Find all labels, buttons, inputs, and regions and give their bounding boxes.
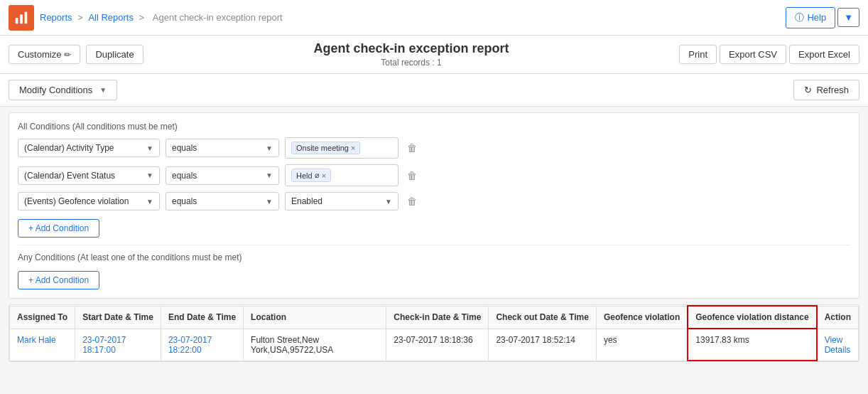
- svg-rect-1: [20, 14, 23, 23]
- chevron-icon-op3: ▼: [266, 198, 273, 206]
- delete-condition-1[interactable]: 🗑: [404, 141, 420, 155]
- add-condition-button-all[interactable]: + Add Condition: [18, 219, 99, 238]
- tag-held: Held ⌀ ×: [291, 169, 331, 182]
- col-distance: Geofence violation distance: [688, 306, 816, 329]
- top-bar-left: Reports > All Reports > Agent check-in e…: [9, 5, 286, 31]
- tag-remove-2[interactable]: ×: [322, 171, 326, 180]
- toolbar-left: Customize ✏ Duplicate: [9, 45, 143, 64]
- second-toolbar: Modify Conditions ▼ ↻ Refresh: [0, 74, 868, 107]
- chevron-icon-1: ▼: [146, 144, 153, 152]
- conditions-panel: All Conditions (All conditions must be m…: [9, 112, 859, 299]
- cell-action: ViewDetails: [817, 329, 859, 361]
- col-checkout: Check out Date & Time: [489, 306, 596, 329]
- header-right: ⓘ Help ▼: [786, 7, 859, 28]
- cell-geofence: yes: [596, 329, 688, 361]
- customize-button[interactable]: Customize ✏: [9, 45, 80, 64]
- assigned-to-link[interactable]: Mark Hale: [17, 335, 56, 345]
- breadcrumb-reports[interactable]: Reports: [40, 12, 72, 23]
- end-date-value: 23-07-201718:22:00: [168, 335, 212, 355]
- all-conditions-section: All Conditions (All conditions must be m…: [18, 122, 850, 238]
- help-circle-icon: ⓘ: [795, 11, 804, 24]
- app-logo: [9, 5, 34, 31]
- add-condition-button-any[interactable]: + Add Condition: [18, 271, 99, 289]
- chart-icon: [13, 10, 29, 26]
- chevron-icon-val3: ▼: [385, 198, 392, 206]
- start-date-value: 23-07-201718:17:00: [82, 335, 126, 355]
- col-action: Action: [817, 306, 859, 329]
- view-link[interactable]: ViewDetails: [825, 335, 851, 355]
- any-conditions-label: Any Conditions (At least one of the cond…: [18, 252, 850, 262]
- breadcrumb-current: Agent check-in exception report: [153, 12, 283, 23]
- tag-onsite: Onsite meeting ×: [291, 142, 360, 154]
- operator-select-2[interactable]: equals ▼: [166, 166, 279, 185]
- refresh-button[interactable]: ↻ Refresh: [793, 80, 859, 100]
- cell-checkin: 23-07-2017 18:18:36: [386, 329, 489, 361]
- table-header-row: Assigned To Start Date & Time End Date &…: [10, 306, 859, 329]
- modify-conditions-button[interactable]: Modify Conditions ▼: [9, 80, 117, 100]
- report-subtitle: Total records : 1: [313, 58, 509, 68]
- field-select-1[interactable]: (Calendar) Activity Type ▼: [18, 139, 160, 157]
- col-checkin: Check-in Date & Time: [386, 306, 489, 329]
- help-dropdown-button[interactable]: ▼: [837, 8, 859, 27]
- condition-row-2: (Calendar) Event Status ▼ equals ▼ Held …: [18, 164, 850, 186]
- export-excel-button[interactable]: Export Excel: [789, 45, 859, 64]
- report-title: Agent check-in exception report: [313, 41, 509, 56]
- col-geofence: Geofence violation: [596, 306, 688, 329]
- delete-condition-2[interactable]: 🗑: [404, 169, 420, 183]
- chevron-icon-op2: ▼: [266, 171, 273, 179]
- col-location: Location: [244, 306, 386, 329]
- tag-remove-1[interactable]: ×: [351, 144, 355, 152]
- breadcrumb: Reports > All Reports > Agent check-in e…: [40, 12, 286, 23]
- export-csv-button[interactable]: Export CSV: [720, 45, 786, 64]
- duplicate-button[interactable]: Duplicate: [86, 45, 143, 64]
- all-conditions-label: All Conditions (All conditions must be m…: [18, 122, 850, 132]
- data-table: Assigned To Start Date & Time End Date &…: [9, 305, 859, 361]
- breadcrumb-sep2: >: [139, 12, 147, 23]
- refresh-icon: ↻: [804, 85, 812, 95]
- delete-condition-3[interactable]: 🗑: [404, 194, 420, 208]
- col-assigned-to: Assigned To: [10, 306, 75, 329]
- col-end-date: End Date & Time: [161, 306, 243, 329]
- field-select-3[interactable]: (Events) Geofence violation ▼: [18, 192, 160, 211]
- cell-location: Fulton Street,New York,USA,95722,USA: [244, 329, 386, 361]
- chevron-icon-3: ▼: [146, 198, 153, 206]
- report-toolbar: Customize ✏ Duplicate Agent check-in exc…: [0, 36, 868, 74]
- data-table-container: Assigned To Start Date & Time End Date &…: [9, 304, 859, 362]
- chevron-icon-op1: ▼: [266, 144, 273, 152]
- condition-row-3: (Events) Geofence violation ▼ equals ▼ E…: [18, 192, 850, 211]
- table-row: Mark Hale 23-07-201718:17:00 23-07-20171…: [10, 329, 859, 361]
- value-field-2: Held ⌀ ×: [285, 164, 398, 186]
- any-conditions-section: Any Conditions (At least one of the cond…: [18, 245, 850, 289]
- chevron-down-icon: ▼: [99, 86, 107, 94]
- help-button[interactable]: ⓘ Help: [786, 7, 835, 28]
- value-field-1: Onsite meeting ×: [285, 137, 398, 159]
- cell-end-date: 23-07-201718:22:00: [161, 329, 243, 361]
- cell-checkout: 23-07-2017 18:52:14: [489, 329, 596, 361]
- chevron-icon-2: ▼: [146, 171, 153, 179]
- print-button[interactable]: Print: [679, 45, 717, 64]
- cell-start-date: 23-07-201718:17:00: [75, 329, 161, 361]
- report-actions: Print Export CSV Export Excel: [679, 45, 859, 64]
- breadcrumb-all-reports[interactable]: All Reports: [88, 12, 134, 23]
- cell-assigned-to: Mark Hale: [10, 329, 75, 361]
- top-bar: Reports > All Reports > Agent check-in e…: [0, 0, 868, 36]
- breadcrumb-sep1: >: [77, 12, 85, 23]
- operator-select-1[interactable]: equals ▼: [166, 139, 279, 157]
- svg-rect-0: [16, 18, 18, 23]
- field-select-2[interactable]: (Calendar) Event Status ▼: [18, 166, 160, 185]
- col-start-date: Start Date & Time: [75, 306, 161, 329]
- operator-select-3[interactable]: equals ▼: [166, 192, 279, 211]
- svg-rect-2: [25, 11, 28, 23]
- report-title-area: Agent check-in exception report Total re…: [313, 41, 509, 68]
- cell-distance: 13917.83 kms: [688, 329, 816, 361]
- pencil-icon: ✏: [64, 50, 71, 60]
- condition-row-1: (Calendar) Activity Type ▼ equals ▼ Onsi…: [18, 137, 850, 159]
- value-select-3[interactable]: Enabled ▼: [285, 192, 398, 211]
